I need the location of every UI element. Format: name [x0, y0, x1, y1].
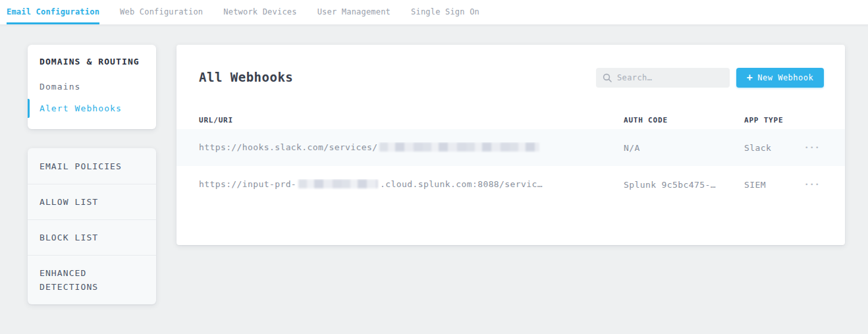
url-prefix: https://hooks.slack.com/services/ — [199, 142, 377, 152]
tab-web-configuration[interactable]: Web Configuration — [120, 0, 203, 24]
row-actions-menu-button[interactable]: ••• — [803, 141, 822, 155]
column-header-auth-code: AUTH CODE — [624, 116, 744, 125]
sidebar-item-label: Alert Webhooks — [40, 103, 122, 113]
webhooks-panel-header: All Webhooks + New Webhook — [176, 45, 845, 111]
policy-sections-card: EMAIL POLICIES ALLOW LIST BLOCK LIST ENH… — [28, 148, 156, 304]
ellipsis-icon: ••• — [805, 181, 821, 188]
app-type-cell: Slack — [744, 143, 794, 153]
row-actions-menu-button[interactable]: ••• — [803, 178, 822, 192]
table-row: https://input-prd-.cloud.splunk.com:8088… — [176, 166, 845, 203]
column-header-url: URL/URI — [199, 116, 624, 125]
top-navigation: Email Configuration Web Configuration Ne… — [0, 0, 868, 25]
ellipsis-icon: ••• — [805, 144, 821, 151]
url-prefix: https://input-prd- — [199, 179, 296, 189]
app-type-cell: SIEM — [744, 180, 794, 190]
table-header-row: URL/URI AUTH CODE APP TYPE — [176, 111, 845, 129]
plus-icon: + — [747, 73, 753, 83]
redacted-url-segment — [298, 179, 378, 188]
tab-single-sign-on[interactable]: Single Sign On — [411, 0, 479, 24]
active-indicator-bar — [28, 99, 30, 118]
webhook-search-box[interactable] — [596, 68, 730, 88]
url-suffix: .cloud.splunk.com:8088/servic… — [380, 179, 543, 189]
page-title: All Webhooks — [199, 70, 293, 84]
webhooks-panel: All Webhooks + New Webhook URL/URI AUTH … — [176, 45, 845, 245]
new-webhook-button-label: New Webhook — [757, 73, 813, 82]
sidebar-item-enhanced-detections[interactable]: ENHANCED DETECTIONS — [28, 255, 156, 304]
auth-code-cell: Splunk 9c5bc475-… — [624, 180, 744, 190]
sidebar-item-domains[interactable]: Domains — [28, 76, 156, 97]
webhook-url-cell: https://hooks.slack.com/services/ — [199, 142, 624, 153]
tab-user-management[interactable]: User Management — [317, 0, 391, 24]
sidebar-item-alert-webhooks[interactable]: Alert Webhooks — [28, 97, 156, 119]
tab-email-configuration[interactable]: Email Configuration — [7, 0, 99, 24]
webhook-url-cell: https://input-prd-.cloud.splunk.com:8088… — [199, 179, 624, 190]
new-webhook-button[interactable]: + New Webhook — [736, 68, 824, 88]
sidebar-item-allow-list[interactable]: ALLOW LIST — [28, 184, 156, 219]
sidebar-item-block-list[interactable]: BLOCK LIST — [28, 219, 156, 255]
tab-network-devices[interactable]: Network Devices — [223, 0, 296, 24]
auth-code-cell: N/A — [624, 143, 744, 153]
domains-routing-heading: DOMAINS & ROUTING — [28, 57, 156, 67]
search-input[interactable] — [617, 73, 723, 82]
search-icon — [603, 73, 612, 82]
column-header-app-type: APP TYPE — [744, 116, 794, 125]
redacted-url-segment — [379, 142, 539, 152]
table-row: https://hooks.slack.com/services/ N/A Sl… — [176, 129, 845, 166]
sidebar-item-email-policies[interactable]: EMAIL POLICIES — [28, 148, 156, 184]
domains-routing-card: DOMAINS & ROUTING Domains Alert Webhooks — [28, 45, 156, 129]
